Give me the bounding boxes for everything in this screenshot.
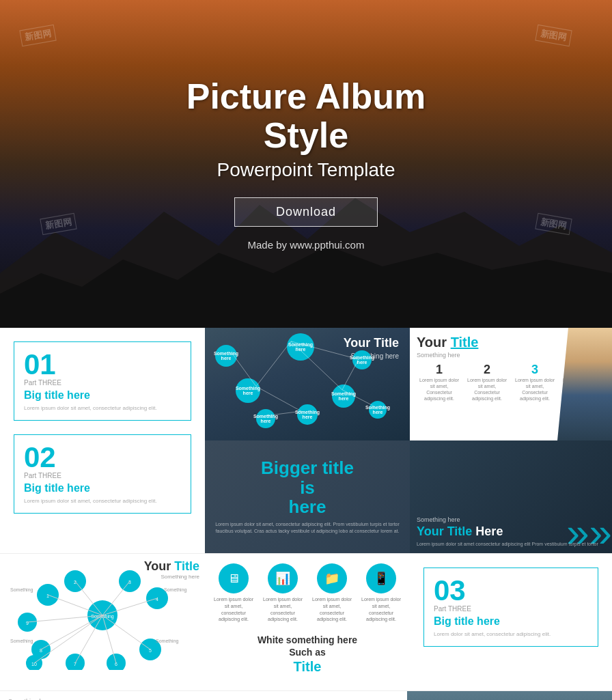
slide-lorem-01: Lorem ipsum dolor sit amet, consectetur … <box>24 404 181 412</box>
right-bottom-desc: Lorem ipsum dolor sit amet consectetur a… <box>417 542 605 546</box>
hero-section: 新图网 新图网 新图网 新图网 Picture Album Style Powe… <box>0 0 612 328</box>
mid-bottom-title: Bigger title is here <box>261 458 354 517</box>
mid-column: Your Title Something here Somethinghere … <box>205 328 410 553</box>
svg-line-6 <box>342 390 375 407</box>
icon-label-1: Lorem ipsum dolor sit amet, consectetur … <box>212 596 255 623</box>
bubble-container: Somethinghere Somethinghere Somethingher… <box>205 328 410 440</box>
icons-row: 🖥 Lorem ipsum dolor sit amet, consectetu… <box>212 563 403 623</box>
mid-bottom-lorem: Lorem ipsum dolor sit amet, consectetur … <box>205 521 410 535</box>
download-button[interactable]: Download <box>234 197 378 227</box>
svg-line-9 <box>342 359 359 390</box>
hero-title-line2: Style <box>186 116 426 155</box>
icon-item-2: 📊 Lorem ipsum dolor sit amet, consectetu… <box>261 563 305 623</box>
svg-text:Something: Something <box>10 639 33 644</box>
mountain-row: Something here 85% Something here Lorem … <box>0 690 612 700</box>
svg-text:10: 10 <box>31 662 37 667</box>
icon-circle-4: 📱 <box>366 563 396 593</box>
svg-text:Something: Something <box>164 587 187 593</box>
slide-num-03: 03 <box>434 576 588 605</box>
white-something-text: White something here <box>258 634 357 646</box>
stat-photo-area: Something here <box>407 691 612 700</box>
mid-bottom-slide: Bigger title is here Lorem ipsum dolor s… <box>205 440 410 553</box>
stat-photo-bg <box>407 691 612 700</box>
svg-line-8 <box>232 352 256 387</box>
mid-top-slide: Your Title Something here Somethinghere … <box>205 328 410 440</box>
stats-left: Something 1 2 3 4 5 6 7 8 9 10 <box>0 554 205 677</box>
icon-circle-2: 📊 <box>268 563 298 593</box>
slide-num-01: 01 <box>24 350 181 379</box>
step-1: 1 Lorem ipsum dolor sit amet, Consectetu… <box>417 363 462 402</box>
svg-line-4 <box>291 341 359 359</box>
svg-text:9: 9 <box>26 621 29 626</box>
hero-subtitle: Powerpoint Template <box>186 159 426 181</box>
right-bottom-title: Your Title Here <box>417 524 605 539</box>
icons-column: 🖥 Lorem ipsum dolor sit amet, consectetu… <box>205 554 410 690</box>
svg-line-39 <box>41 615 102 649</box>
step-2: 2 Lorem ipsum dolor sit amet, Consectetu… <box>464 363 510 402</box>
svg-line-5 <box>256 387 301 411</box>
stat-left-area: Something here 85% Something here <box>0 691 205 700</box>
slide-card-03-col: 03 Part THREE Big title here Lorem dolor… <box>410 554 612 690</box>
svg-line-3 <box>291 341 342 390</box>
svg-text:1: 1 <box>46 593 49 598</box>
slide-title-02: Big title here <box>24 482 181 494</box>
hero-title-line1: Picture Album <box>186 77 426 116</box>
icon-label-3: Lorem ipsum dolor sit amet, consectetur … <box>310 596 354 623</box>
slide-num-02: 02 <box>24 443 181 472</box>
right-bottom-sub: Something here <box>417 516 605 523</box>
slide-card-02: 02 Part THREE Big title here Lorem ipsum… <box>14 434 191 514</box>
svg-text:Something: Something <box>156 639 179 644</box>
svg-line-7 <box>266 411 301 416</box>
svg-line-41 <box>34 615 102 663</box>
slide-lorem-02: Lorem ipsum dolor sit amet, consectetur … <box>24 497 181 505</box>
icon-item-4: 📱 Lorem ipsum dolor sit amet, consectetu… <box>359 563 403 623</box>
svg-text:4: 4 <box>156 597 158 602</box>
step-3: 3 Lorem ipsum dolor sit amet, Consectetu… <box>512 363 557 402</box>
slide-title-01: Big title here <box>24 389 181 402</box>
hero-credit: Made by www.ppthui.com <box>186 239 426 251</box>
white-something-title: Title <box>258 659 357 675</box>
right-top-slide: Your Title Something here 1 Lorem ipsum … <box>410 328 612 440</box>
slide-part-01: Part THREE <box>24 379 181 387</box>
slide-part-03: Part THREE <box>434 605 588 613</box>
left-column: 01 Part THREE Big title here Lorem ipsum… <box>0 328 205 553</box>
icon-item-3: 📁 Lorem ipsum dolor sit amet, consectetu… <box>310 563 354 623</box>
icon-label-4: Lorem ipsum dolor sit amet, consectetur … <box>359 596 403 623</box>
slide-card-03: 03 Part THREE Big title here Lorem dolor… <box>423 568 598 647</box>
white-something-area: White something here Such as Title <box>258 634 357 674</box>
right-column: Your Title Something here 1 Lorem ipsum … <box>410 328 612 553</box>
slide-card-01: 01 Part THREE Big title here Lorem ipsum… <box>14 341 191 421</box>
icon-circle-1: 🖥 <box>219 563 249 593</box>
svg-line-36 <box>102 615 150 649</box>
slide-lorem-03: Lorem dolor sit amet, consectetur adipis… <box>434 630 588 638</box>
right-bottom-slide: »» Something here Your Title Here Lorem … <box>410 440 612 553</box>
slide-part-02: Part THREE <box>24 472 181 479</box>
network-title-overlay: Your Title Something here <box>144 559 199 580</box>
icon-label-2: Lorem ipsum dolor sit amet, consectetur … <box>261 596 305 623</box>
stat-desc-area: Lorem ipsum dolor sit amet consectetur a… <box>205 691 407 700</box>
slide-title-03: Big title here <box>434 615 588 628</box>
grid-row-1: 01 Part THREE Big title here Lorem ipsum… <box>0 328 612 553</box>
svg-line-38 <box>75 615 102 663</box>
stats-row: Something 1 2 3 4 5 6 7 8 9 10 <box>0 553 612 690</box>
svg-line-2 <box>256 341 291 387</box>
bubble-lines <box>205 328 410 440</box>
svg-text:Something: Something <box>24 669 47 670</box>
icon-item-1: 🖥 Lorem ipsum dolor sit amet, consectetu… <box>212 563 255 623</box>
hero-content: Picture Album Style Powerpoint Template … <box>186 77 426 251</box>
right-bottom-content: Something here Your Title Here Lorem ips… <box>417 516 605 546</box>
white-something-text2: Such as <box>258 646 357 658</box>
icon-circle-3: 📁 <box>317 563 347 593</box>
svg-text:Something: Something <box>10 587 33 593</box>
